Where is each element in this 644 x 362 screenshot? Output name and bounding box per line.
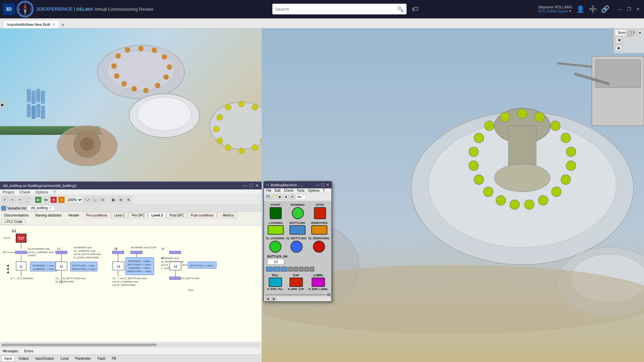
tb-stop[interactable]: ■ — [50, 196, 57, 203]
sfd-h-scrollbar[interactable] — [0, 342, 262, 347]
sfd-diagram-area[interactable]: G1 Y17 Y17> 10 — [0, 226, 262, 342]
bp-tb-run[interactable]: ▶ — [277, 194, 283, 200]
tb-settings[interactable]: ⚙ — [125, 196, 132, 203]
tb-zoom-in[interactable]: 🔍+ — [84, 196, 91, 203]
bp-bottom-btn-1[interactable]: ◀ — [265, 297, 270, 301]
sfd-menubar: Project Check Options ? — [0, 189, 262, 195]
loading-label: LOADING — [269, 221, 283, 225]
bottom-tab-output[interactable]: Output — [15, 356, 32, 361]
sfd-tab-label: sfd_bottling — [31, 206, 48, 210]
svg-text:RUNNING and: RUNNING and — [74, 246, 92, 249]
bp-icon-3[interactable] — [281, 267, 287, 272]
sfd-menu-check[interactable]: Check — [19, 190, 30, 194]
tb-grid[interactable]: ▦ — [110, 196, 116, 203]
svg-point-125 — [494, 164, 550, 192]
search-input[interactable] — [275, 7, 397, 12]
subtab-documentations[interactable]: Documentations — [1, 213, 32, 218]
subtab-postsfc[interactable]: Post-SFC — [166, 213, 187, 218]
3d-viewport[interactable]: ▶ — [0, 28, 262, 181]
rpb-1[interactable]: ◀ — [615, 36, 623, 44]
subtab-level2[interactable]: Level 2 — [149, 213, 166, 218]
tb-snap[interactable]: ⊞ — [117, 196, 124, 203]
bp-icon-1[interactable] — [266, 267, 273, 272]
subtab-postconditions[interactable]: Post-conditions — [188, 213, 217, 218]
bp-icon-4[interactable]: ▪ — [288, 267, 293, 272]
logo-3ds[interactable]: 3D — [3, 3, 15, 15]
add-tab-button[interactable]: + — [59, 22, 66, 28]
bp-tb-open[interactable]: 📁 — [271, 194, 277, 200]
compass-widget[interactable]: N S W E VR — [17, 1, 34, 17]
tag-icon[interactable]: 🏷 — [412, 5, 419, 13]
user-icon[interactable]: 👤 — [576, 5, 585, 13]
tb-step[interactable]: ⏭ — [43, 196, 49, 203]
main-tab[interactable]: ImportedAsNew-New Bottl ✕ — [3, 20, 59, 28]
bp-icon-5[interactable]: ▪ — [293, 267, 298, 272]
bp-icon-2[interactable] — [273, 267, 280, 272]
rpb-2[interactable]: ▶ — [615, 44, 623, 52]
minimize-btn[interactable]: — — [618, 6, 622, 12]
bottom-tab-fb[interactable]: FB — [109, 356, 119, 361]
tb-fit[interactable]: ⊡ — [99, 196, 106, 203]
tb-cut[interactable]: ✂ — [17, 196, 23, 203]
tb-copy[interactable]: 📋 — [24, 196, 31, 203]
bottom-tab-fault[interactable]: Fault — [95, 356, 108, 361]
bp-scrollbar[interactable] — [264, 293, 331, 296]
tb-undo[interactable]: ↩ — [1, 196, 8, 203]
sfd-menu-help[interactable]: ? — [53, 190, 55, 194]
restore-btn[interactable]: ❐ — [627, 6, 631, 12]
bp-tb-stop[interactable]: ■ — [283, 194, 289, 200]
share-icon[interactable]: 🔗 — [601, 5, 609, 13]
sfd-menu-project[interactable]: Project — [3, 190, 14, 194]
bp-menu-help[interactable]: ? — [323, 189, 325, 192]
sfd-tab-close[interactable]: ✕ — [49, 206, 52, 210]
bp-menu-check[interactable]: Check — [284, 189, 293, 192]
sfd-minimize[interactable]: — — [243, 183, 247, 188]
add-icon[interactable]: ➕ — [589, 5, 597, 13]
bottles-ok-value[interactable] — [267, 259, 284, 265]
search-button[interactable]: 🔍 — [397, 6, 404, 12]
subtab-header[interactable]: Header — [65, 213, 83, 218]
tb-redo[interactable]: ↪ — [9, 196, 16, 203]
zoom-select[interactable]: 100% 75% 50% 150% — [66, 196, 83, 203]
simul-tab-dot[interactable]: ● — [637, 30, 643, 36]
bp-menu-file[interactable]: File — [266, 189, 271, 192]
bp-minimize[interactable]: — — [316, 183, 320, 187]
svg-point-21 — [115, 53, 121, 59]
bp-icon-6[interactable]: ▪ — [299, 267, 304, 272]
sfd-restore[interactable]: ☐ — [249, 183, 253, 188]
var-list-label[interactable]: Variable list — [7, 206, 26, 210]
expand-btn[interactable]: ⛶ — [627, 30, 634, 37]
sfd-win-controls: — ☐ ✕ — [243, 183, 259, 188]
bottom-tab-input[interactable]: Input — [1, 356, 15, 361]
bp-tb-settings[interactable]: ⚙ — [289, 194, 295, 200]
tb-pause[interactable]: ⏸ — [58, 196, 65, 203]
bp-icon-7[interactable]: ▪ — [304, 267, 309, 272]
bp-icon-8[interactable]: ▪ — [310, 267, 314, 272]
bottom-tab-local[interactable]: Local — [57, 356, 71, 361]
sfd-title: sfd_bottling on /bottlingmachine/sfd_bot… — [3, 184, 76, 188]
subtab-level1[interactable]: Level 1 — [111, 213, 128, 218]
bp-menu-edit[interactable]: Edit — [275, 189, 280, 192]
bp-tb-save[interactable]: 💾 — [265, 194, 271, 200]
bp-menu-tools[interactable]: Tools — [297, 189, 305, 192]
bp-close[interactable]: ✕ — [326, 183, 329, 187]
subtab-preconditions[interactable]: Pre-conditions — [83, 213, 110, 218]
tab-close[interactable]: ✕ — [52, 22, 55, 26]
bp-restore[interactable]: ☐ — [321, 183, 325, 187]
bottom-tab-parameter[interactable]: Parameter — [72, 356, 94, 361]
tb-zoom-out[interactable]: 🔍- — [92, 196, 98, 203]
tb-play[interactable]: ▶ — [35, 196, 42, 203]
sfd-menu-options[interactable]: Options — [35, 190, 48, 194]
subtab-naming[interactable]: Naming attributes — [32, 213, 64, 218]
bottom-tab-inputoutput[interactable]: Input/Output — [32, 356, 57, 361]
close-btn[interactable]: ✕ — [636, 6, 640, 12]
subtab-plccode[interactable]: ● PLC Code — [1, 219, 25, 225]
bp-menu-options[interactable]: Options — [308, 189, 319, 192]
sfd-close[interactable]: ✕ — [255, 183, 259, 188]
bp-bottom-btn-2[interactable]: ▶ — [271, 297, 276, 301]
sfd-tab-main[interactable]: sfd_bottling ✕ — [28, 205, 55, 211]
bp-value-input[interactable] — [296, 194, 306, 200]
viewport-nav-left[interactable]: ▶ — [0, 100, 5, 110]
subtab-presfc[interactable]: Pre-SFC — [129, 213, 148, 218]
subtab-metrics[interactable]: ● Metrics — [217, 213, 237, 218]
